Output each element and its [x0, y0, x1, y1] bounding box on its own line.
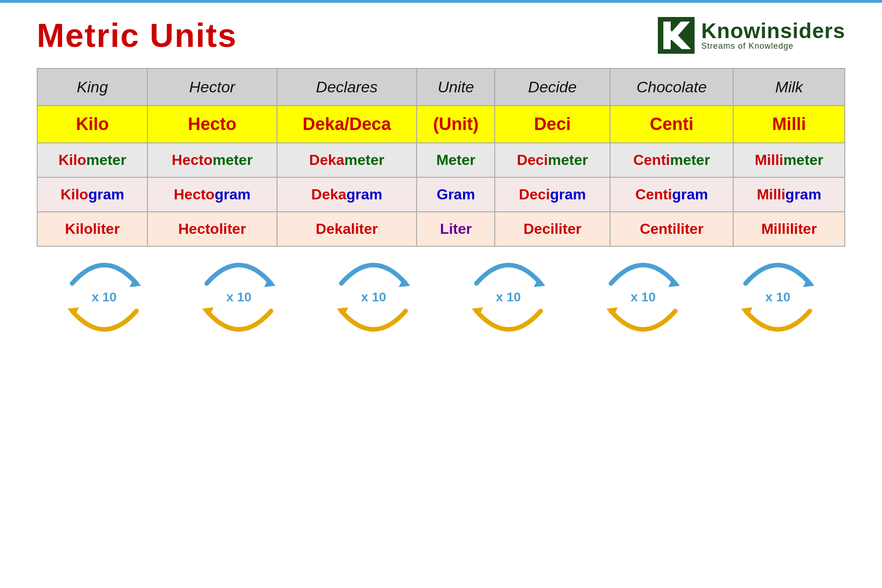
- meter-deci: Decimeter: [495, 143, 610, 177]
- blue-arrow-label-5: x 10: [631, 290, 656, 305]
- blue-arrow-1: [63, 251, 146, 288]
- meter-kilo: Kilometer: [37, 143, 147, 177]
- liter-centi: Centiliter: [610, 212, 733, 246]
- logo-tagline: Streams of Knowledge: [701, 41, 845, 51]
- yellow-milli: Milli: [733, 106, 845, 143]
- gold-arrow-6: [736, 306, 819, 339]
- gram-deka: Dekagram: [277, 177, 417, 212]
- meter-meter: Meter: [417, 143, 495, 177]
- header-milk: Milk: [733, 68, 845, 106]
- meter-deka: Dekameter: [277, 143, 417, 177]
- gold-arrow-3: [332, 306, 415, 339]
- gold-arrow-1: [63, 306, 146, 339]
- header-king: King: [37, 68, 147, 106]
- yellow-deci: Deci: [495, 106, 610, 143]
- gram-centi: Centigram: [610, 177, 733, 212]
- arrow-group-2: x 10: [188, 251, 289, 339]
- knowinsiders-logo-icon: [658, 17, 695, 54]
- liter-deka: Dekaliter: [277, 212, 417, 246]
- liter-milli: Milliliter: [733, 212, 845, 246]
- page-title: Metric Units: [37, 17, 237, 54]
- meter-hecto: Hectometer: [147, 143, 277, 177]
- yellow-kilo: Kilo: [37, 106, 147, 143]
- blue-arrow-6: [736, 251, 819, 288]
- logo-name: Knowinsiders: [701, 20, 845, 41]
- yellow-centi: Centi: [610, 106, 733, 143]
- gram-milli: Milligram: [733, 177, 845, 212]
- gold-arrow-2: [198, 306, 280, 339]
- liter-hecto: Hectoliter: [147, 212, 277, 246]
- arrow-group-3: x 10: [323, 251, 424, 339]
- liter-liter: Liter: [417, 212, 495, 246]
- gram-gram: Gram: [417, 177, 495, 212]
- gold-arrow-4: [467, 306, 550, 339]
- blue-arrow-5: [602, 251, 684, 288]
- metric-table: King Hector Declares Unite Decide Chocol…: [37, 68, 845, 247]
- yellow-unit: (Unit): [417, 106, 495, 143]
- table-gram-row: Kilogram Hectogram Dekagram Gram Decigra…: [37, 177, 845, 212]
- blue-arrow-label-4: x 10: [496, 290, 521, 305]
- page-wrapper: Metric Units Knowinsiders Streams of Kno…: [0, 3, 882, 348]
- meter-centi: Centimeter: [610, 143, 733, 177]
- liter-deci: Deciliter: [495, 212, 610, 246]
- gram-hecto: Hectogram: [147, 177, 277, 212]
- header-decide: Decide: [495, 68, 610, 106]
- blue-arrow-3: [332, 251, 415, 288]
- header-row: Metric Units Knowinsiders Streams of Kno…: [37, 17, 845, 54]
- arrow-group-4: x 10: [458, 251, 559, 339]
- table-meter-row: Kilometer Hectometer Dekameter Meter Dec…: [37, 143, 845, 177]
- header-unite: Unite: [417, 68, 495, 106]
- gold-arrow-5: [602, 306, 684, 339]
- liter-kilo: Kiloliter: [37, 212, 147, 246]
- svg-rect-2: [670, 31, 672, 40]
- meter-milli: Millimeter: [733, 143, 845, 177]
- blue-arrow-label-2: x 10: [226, 290, 252, 305]
- yellow-deka: Deka/Deca: [277, 106, 417, 143]
- arrow-group-1: x 10: [54, 251, 155, 339]
- logo-area: Knowinsiders Streams of Knowledge: [658, 17, 845, 54]
- arrow-group-5: x 10: [593, 251, 694, 339]
- header-chocolate: Chocolate: [610, 68, 733, 106]
- table-yellow-row: Kilo Hecto Deka/Deca (Unit) Deci Centi M…: [37, 106, 845, 143]
- blue-arrow-2: [198, 251, 280, 288]
- blue-arrow-4: [467, 251, 550, 288]
- blue-arrow-label-6: x 10: [765, 290, 791, 305]
- arrows-section: x 10 x 10 x 10: [37, 251, 845, 339]
- arrow-group-6: x 10: [727, 251, 828, 339]
- gram-deci: Decigram: [495, 177, 610, 212]
- logo-text-block: Knowinsiders Streams of Knowledge: [701, 20, 845, 51]
- header-declares: Declares: [277, 68, 417, 106]
- blue-arrow-label-3: x 10: [361, 290, 386, 305]
- header-hector: Hector: [147, 68, 277, 106]
- table-liter-row: Kiloliter Hectoliter Dekaliter Liter Dec…: [37, 212, 845, 246]
- gram-kilo: Kilogram: [37, 177, 147, 212]
- table-header-row: King Hector Declares Unite Decide Chocol…: [37, 68, 845, 106]
- blue-arrow-label-1: x 10: [91, 290, 117, 305]
- yellow-hecto: Hecto: [147, 106, 277, 143]
